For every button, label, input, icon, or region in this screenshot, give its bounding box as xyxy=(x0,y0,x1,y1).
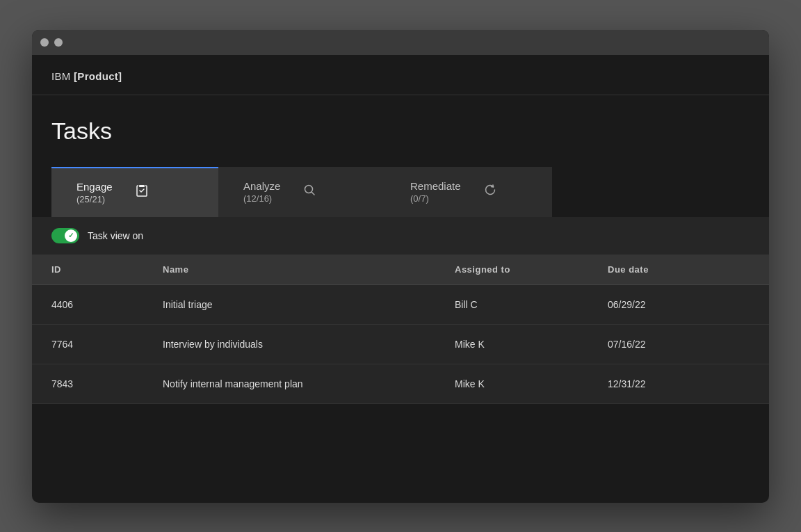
table-body: 4406 Initial triage Bill C 06/29/22 7764… xyxy=(32,284,769,403)
tab-analyze-count: (12/16) xyxy=(243,193,280,204)
refresh-icon xyxy=(483,183,497,200)
title-bar xyxy=(32,30,769,55)
table-header-row: ID Name Assigned to Due date xyxy=(32,255,769,285)
column-header-id: ID xyxy=(32,255,143,285)
cell-name: Initial triage xyxy=(143,284,435,324)
task-view-bar: ✓ Task view on xyxy=(32,217,769,255)
app-window: IBM [Product] Tasks Engage (25/21) xyxy=(32,30,769,503)
cell-due-date: 12/31/22 xyxy=(588,364,769,403)
cell-id: 7843 xyxy=(32,364,143,403)
table-row[interactable]: 7843 Notify internal management plan Mik… xyxy=(32,364,769,403)
window-control-dot-2[interactable] xyxy=(54,38,63,47)
page-title: Tasks xyxy=(51,118,750,145)
column-header-assigned: Assigned to xyxy=(435,255,588,285)
toggle-check-icon: ✓ xyxy=(68,232,74,239)
tab-engage-count: (25/21) xyxy=(76,194,113,204)
app-header: IBM [Product] xyxy=(32,55,769,95)
tasks-table: ID Name Assigned to Due date 4406 Initia… xyxy=(32,255,769,404)
cell-id: 4406 xyxy=(32,284,143,324)
tab-engage-labels: Engage (25/21) xyxy=(76,181,113,204)
cell-assigned: Mike K xyxy=(435,364,588,403)
tab-engage-name: Engage xyxy=(76,181,113,193)
cell-name: Notify internal management plan xyxy=(143,364,435,403)
tab-analyze-labels: Analyze (12/16) xyxy=(243,180,280,204)
brand-label: IBM [Product] xyxy=(51,70,750,82)
tab-remediate-name: Remediate xyxy=(410,180,461,192)
task-view-label: Task view on xyxy=(88,230,143,241)
search-icon xyxy=(302,183,316,200)
cell-due-date: 07/16/22 xyxy=(588,324,769,364)
tab-analyze-name: Analyze xyxy=(243,180,280,192)
task-view-toggle[interactable]: ✓ xyxy=(51,228,79,243)
tab-analyze[interactable]: Analyze (12/16) xyxy=(218,167,385,217)
tabs-container: Engage (25/21) Analyze (12/16) xyxy=(51,167,750,217)
cell-due-date: 06/29/22 xyxy=(588,284,769,324)
cell-assigned: Bill C xyxy=(435,284,588,324)
table-row[interactable]: 4406 Initial triage Bill C 06/29/22 xyxy=(32,284,769,324)
column-header-due-date: Due date xyxy=(588,255,769,285)
cell-assigned: Mike K xyxy=(435,324,588,364)
clipboard-icon xyxy=(135,184,149,201)
tab-remediate-count: (0/7) xyxy=(410,193,461,204)
tab-remediate-labels: Remediate (0/7) xyxy=(410,180,461,204)
table-row[interactable]: 7764 Interview by individuals Mike K 07/… xyxy=(32,324,769,364)
column-header-name: Name xyxy=(143,255,435,285)
cell-id: 7764 xyxy=(32,324,143,364)
table-header: ID Name Assigned to Due date xyxy=(32,255,769,285)
svg-point-1 xyxy=(305,186,313,193)
cell-name: Interview by individuals xyxy=(143,324,435,364)
svg-rect-0 xyxy=(139,185,145,187)
window-control-dot-1[interactable] xyxy=(40,38,49,47)
tab-remediate[interactable]: Remediate (0/7) xyxy=(385,167,552,217)
tab-engage[interactable]: Engage (25/21) xyxy=(51,167,218,217)
main-content: Tasks Engage (25/21) Analyze xyxy=(32,95,769,217)
toggle-knob: ✓ xyxy=(65,229,77,242)
